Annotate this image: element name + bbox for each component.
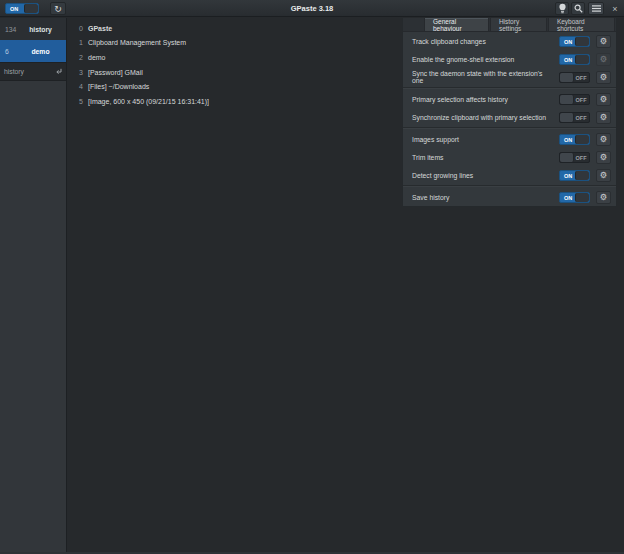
item-index: 5 (76, 98, 83, 105)
gear-icon: ⚙ (600, 113, 608, 122)
setting-options-button[interactable]: ⚙ (596, 111, 611, 124)
setting-switch[interactable]: ON (559, 54, 590, 65)
tab-label: Keyboard shortcuts (557, 18, 606, 32)
gear-icon: ⚙ (600, 73, 608, 82)
switch-knob (560, 95, 574, 104)
setting-switch[interactable]: OFF (559, 152, 590, 163)
item-text: [Image, 600 x 450 (09/21/15 16:31:41)] (88, 98, 209, 105)
setting-switch[interactable]: ON (559, 134, 590, 145)
switch-knob (575, 135, 589, 144)
window-title: GPaste 3.18 (0, 0, 624, 17)
daemon-toggle-label: ON (6, 4, 22, 14)
settings-tabbar: General behaviour History settings Keybo… (403, 18, 616, 32)
setting-row-trim-items: Trim items OFF ⚙ (403, 148, 616, 166)
setting-switch[interactable]: ON (559, 36, 590, 47)
item-index: 2 (76, 54, 83, 61)
setting-label: Track clipboard changes (412, 38, 559, 45)
setting-switch[interactable]: OFF (559, 112, 590, 123)
switch-knob (575, 193, 589, 202)
gear-icon: ⚙ (600, 171, 608, 180)
setting-options-button[interactable]: ⚙ (596, 53, 611, 66)
item-index: 3 (76, 69, 83, 76)
setting-options-button[interactable]: ⚙ (596, 71, 611, 84)
setting-switch[interactable]: OFF (559, 72, 590, 83)
switch-state-label: OFF (573, 73, 589, 83)
tab-keyboard-shortcuts[interactable]: Keyboard shortcuts (548, 18, 615, 31)
settings-panel: General behaviour History settings Keybo… (402, 18, 617, 207)
setting-label: Primary selection affects history (412, 96, 559, 103)
setting-options-button[interactable]: ⚙ (596, 93, 611, 106)
switch-state-label: ON (560, 37, 576, 47)
setting-options-button[interactable]: ⚙ (596, 191, 611, 204)
refresh-icon: ↻ (54, 4, 62, 14)
histories-sidebar: 134 history 6 demo history (0, 18, 67, 552)
close-icon: × (612, 4, 617, 14)
switch-knob (24, 4, 38, 13)
setting-switch[interactable]: ON (559, 170, 590, 181)
history-size: 6 (5, 48, 20, 55)
item-index: 0 (76, 25, 83, 32)
gear-icon: ⚙ (600, 153, 608, 162)
switch-state-label: ON (560, 135, 576, 145)
history-row-history[interactable]: 134 history (0, 18, 66, 40)
tab-general-behaviour[interactable]: General behaviour (424, 18, 489, 31)
switch-state-label: OFF (573, 113, 589, 123)
history-row-demo[interactable]: 6 demo (0, 40, 66, 62)
switch-knob (575, 171, 589, 180)
history-name: history (20, 26, 61, 33)
gear-icon: ⚙ (600, 135, 608, 144)
gear-icon: ⚙ (600, 95, 608, 104)
setting-row-detect-growing-lines: Detect growing lines ON ⚙ (403, 166, 616, 184)
search-icon (574, 4, 583, 13)
switch-knob (575, 55, 589, 64)
item-text: demo (88, 54, 106, 61)
setting-label: Trim items (412, 154, 559, 161)
switch-state-label: ON (560, 55, 576, 65)
item-text: [Password] GMail (88, 69, 143, 76)
search-button[interactable] (571, 2, 585, 15)
setting-row-images-support: Images support ON ⚙ (403, 130, 616, 148)
setting-options-button[interactable]: ⚙ (596, 151, 611, 164)
setting-row-enable-gnome-shell-extension: Enable the gnome-shell extension ON ⚙ (403, 50, 616, 68)
about-button[interactable] (555, 2, 569, 15)
item-text: [Files] ~/Downloads (88, 83, 149, 90)
gear-icon: ⚙ (600, 55, 608, 64)
switch-state-label: ON (560, 171, 576, 181)
item-text: GPaste (88, 25, 112, 32)
daemon-toggle-switch[interactable]: ON (5, 3, 39, 14)
new-history-entry[interactable]: history (0, 62, 66, 81)
setting-label: Detect growing lines (412, 172, 559, 179)
setting-switch[interactable]: ON (559, 192, 590, 203)
item-index: 4 (76, 83, 83, 90)
histories-list: 134 history 6 demo (0, 18, 66, 62)
menu-button[interactable] (588, 2, 604, 15)
switch-knob (560, 153, 574, 162)
switch-state-label: OFF (573, 95, 589, 105)
setting-options-button[interactable]: ⚙ (596, 35, 611, 48)
item-index: 1 (76, 39, 83, 46)
new-history-entry-value: history (4, 68, 55, 75)
setting-row-synchronize-clipboard-primary: Synchronize clipboard with primary selec… (403, 108, 616, 126)
enter-icon[interactable] (55, 68, 62, 75)
headerbar: GPaste 3.18 ON ↻ (0, 0, 624, 17)
setting-row-sync-daemon-state: Sync the daemon state with the extension… (403, 68, 616, 86)
settings-group-separator (403, 127, 616, 129)
lightbulb-icon (558, 3, 567, 14)
gear-icon: ⚙ (600, 193, 608, 202)
refresh-button[interactable]: ↻ (50, 2, 66, 15)
setting-options-button[interactable]: ⚙ (596, 133, 611, 146)
settings-group-separator (403, 87, 616, 89)
history-name: demo (20, 48, 61, 55)
setting-label: Images support (412, 136, 559, 143)
setting-label: Save history (412, 194, 559, 201)
switch-knob (560, 113, 574, 122)
setting-switch[interactable]: OFF (559, 94, 590, 105)
tab-history-settings[interactable]: History settings (490, 18, 547, 31)
setting-row-save-history: Save history ON ⚙ (403, 188, 616, 206)
window-close-button[interactable]: × (608, 2, 622, 15)
switch-state-label: OFF (573, 153, 589, 163)
setting-options-button[interactable]: ⚙ (596, 169, 611, 182)
settings-group-separator (403, 185, 616, 187)
hamburger-menu-icon (592, 5, 601, 12)
gear-icon: ⚙ (600, 37, 608, 46)
